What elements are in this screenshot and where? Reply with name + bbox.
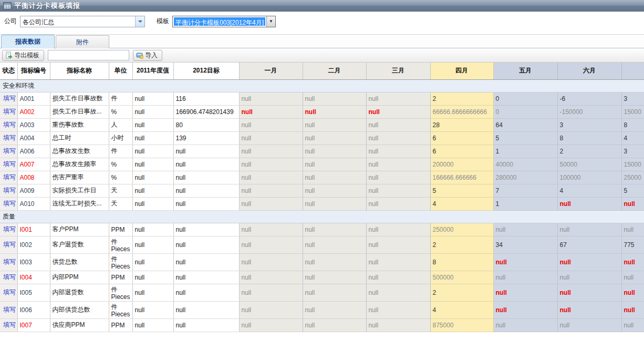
target-2012-cell: 80: [173, 118, 239, 131]
fill-in-link[interactable]: 填写: [3, 289, 16, 296]
company-select[interactable]: 各公司汇总: [20, 16, 145, 27]
unit-cell: 件Pieces: [109, 236, 132, 253]
target-2012-cell: null: [173, 284, 239, 301]
unit-cell: 件Pieces: [109, 253, 132, 271]
column-header-11[interactable]: 五月: [493, 63, 557, 79]
fill-in-link[interactable]: 填写: [3, 225, 16, 233]
fill-in-link[interactable]: 填写: [3, 273, 16, 281]
fill-in-link[interactable]: 填写: [3, 241, 16, 248]
month-cell: 8: [621, 118, 644, 131]
group-label: 质量: [0, 210, 644, 223]
value-2011-cell: null: [132, 118, 173, 131]
value-2011-cell: null: [132, 158, 173, 171]
column-header-8[interactable]: 二月: [303, 63, 366, 79]
value-2011-cell: null: [132, 271, 173, 284]
column-header-3[interactable]: 指标名称: [50, 63, 109, 79]
fill-in-link[interactable]: 填写: [3, 173, 16, 181]
company-label: 公司: [4, 17, 17, 26]
status-cell: 填写: [0, 145, 17, 158]
status-cell: 填写: [0, 118, 17, 131]
indicator-code: A010: [17, 197, 50, 210]
column-header-1[interactable]: 状态: [0, 63, 17, 79]
export-template-button[interactable]: 导出模板: [2, 50, 44, 61]
month-cell: 3: [557, 118, 621, 131]
column-header-13[interactable]: [621, 63, 644, 79]
target-2012-cell: null: [173, 184, 239, 197]
export-template-label: 导出模板: [14, 51, 39, 60]
indicator-name: 供应商PPM: [50, 318, 109, 332]
column-header-7[interactable]: 一月: [239, 63, 303, 79]
unit-cell: PPM: [109, 223, 132, 236]
column-header-12[interactable]: 六月: [557, 63, 621, 79]
unit-cell: 件Pieces: [109, 301, 132, 318]
month-cell: 40000: [493, 158, 557, 171]
month-cell: null: [239, 223, 303, 236]
month-cell: 1: [493, 197, 557, 210]
target-2012-cell: null: [173, 301, 239, 318]
value-2011-cell: null: [132, 92, 173, 105]
indicator-row: 填写A003重伤事故数人null80nullnullnull286438: [0, 118, 644, 131]
column-header-2[interactable]: 指标编号: [17, 63, 50, 79]
fill-in-link[interactable]: 填写: [3, 321, 16, 328]
indicator-row: 填写I006内部供货总数件Piecesnullnullnullnullnull4…: [0, 301, 644, 318]
status-cell: 填写: [0, 131, 17, 145]
column-header-6[interactable]: 2012目标: [173, 63, 239, 79]
indicator-name: 总工时: [50, 131, 109, 145]
target-2012-cell: null: [173, 158, 239, 171]
target-2012-cell: null: [173, 253, 239, 271]
fill-in-link[interactable]: 填写: [3, 134, 16, 141]
month-cell: null: [303, 105, 366, 118]
month-cell: 8: [557, 131, 621, 145]
month-cell: -6: [557, 92, 621, 105]
fill-in-link[interactable]: 填写: [3, 306, 16, 313]
fill-in-link[interactable]: 填写: [3, 108, 16, 115]
unit-cell: 小时: [109, 131, 132, 145]
month-cell: null: [557, 271, 621, 284]
month-cell: null: [303, 253, 366, 271]
month-cell: null: [557, 301, 621, 318]
month-cell: null: [557, 223, 621, 236]
month-cell: null: [239, 197, 303, 210]
value-2011-cell: null: [132, 184, 173, 197]
fill-in-link[interactable]: 填写: [3, 187, 16, 194]
table-header-row: 状态指标编号指标名称单位2011年度值2012目标一月二月三月四月五月六月: [0, 63, 644, 79]
month-cell: 67: [557, 236, 621, 253]
group-row: 安全和环境: [0, 79, 644, 92]
unit-cell: PPM: [109, 318, 132, 332]
month-cell: null: [621, 318, 644, 332]
fill-in-link[interactable]: 填写: [3, 200, 16, 207]
target-2012-cell: null: [173, 271, 239, 284]
fill-in-link[interactable]: 填写: [3, 121, 16, 128]
chevron-down-icon[interactable]: [135, 16, 144, 27]
fill-in-link[interactable]: 填写: [3, 95, 16, 102]
column-header-10[interactable]: 四月: [430, 63, 493, 79]
month-cell: null: [239, 284, 303, 301]
group-row: 质量: [0, 210, 644, 223]
template-select[interactable]: 平衡计分卡模板003[2012年4月] ▼: [172, 16, 276, 27]
month-cell: 34: [493, 236, 557, 253]
month-cell: 5: [621, 184, 644, 197]
target-2012-cell: null: [173, 197, 239, 210]
month-cell: null: [621, 197, 644, 210]
month-cell: 0: [493, 92, 557, 105]
dropdown-arrow-icon[interactable]: ▼: [266, 16, 275, 27]
value-2011-cell: null: [132, 131, 173, 145]
tab-report-data[interactable]: 报表数据: [1, 35, 55, 48]
month-cell: null: [621, 284, 644, 301]
fill-in-link[interactable]: 填写: [3, 160, 16, 168]
value-2011-cell: null: [132, 301, 173, 318]
month-cell: null: [303, 284, 366, 301]
import-file-input[interactable]: [48, 50, 129, 60]
import-label: 导入: [145, 51, 158, 60]
column-header-5[interactable]: 2011年度值: [132, 63, 173, 79]
column-header-9[interactable]: 三月: [366, 63, 430, 79]
indicator-name: 损失工作日事故数: [50, 92, 109, 105]
tab-attachments[interactable]: 附件: [56, 35, 109, 48]
month-cell: 166666.666666: [430, 171, 493, 184]
month-cell: 6: [430, 131, 493, 145]
fill-in-link[interactable]: 填写: [3, 147, 16, 154]
fill-in-link[interactable]: 填写: [3, 258, 16, 265]
column-header-4[interactable]: 单位: [109, 63, 132, 79]
month-cell: null: [303, 318, 366, 332]
import-button[interactable]: 导入: [133, 50, 162, 61]
